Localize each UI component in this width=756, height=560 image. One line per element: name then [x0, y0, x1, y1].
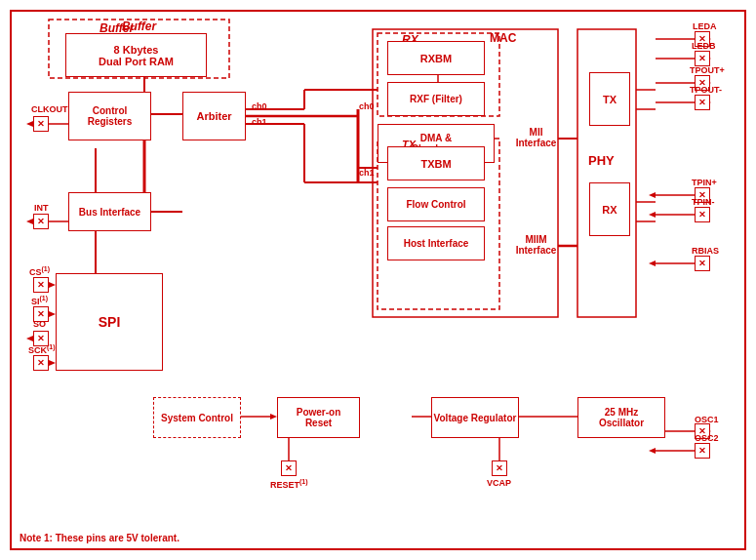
clkout-label: CLKOUT	[31, 104, 68, 114]
svg-marker-29	[26, 219, 33, 224]
tpout-minus-xbox	[695, 95, 710, 110]
txbm-block: TXBM	[387, 146, 485, 180]
system-control-block: System Control	[153, 397, 241, 438]
host-interface-block: Host Interface	[387, 226, 485, 260]
tpin-minus-xbox	[695, 207, 710, 222]
ch0-label-1: ch0	[252, 101, 267, 111]
tpout-minus-label: TPOUT-	[690, 85, 722, 95]
vcap-xbox	[492, 460, 507, 476]
svg-marker-27	[26, 121, 33, 127]
svg-marker-31	[49, 282, 56, 288]
int-label: INT	[34, 203, 49, 213]
svg-marker-61	[270, 414, 277, 420]
osc1-label: OSC1	[695, 415, 719, 424]
reset-xbox	[281, 460, 297, 476]
spi-block: SPI	[56, 273, 163, 371]
osc2-label: OSC2	[695, 433, 719, 443]
vcap-label: VCAP	[487, 478, 511, 488]
ledb-label: LEDB	[692, 41, 716, 51]
osc2-xbox	[695, 443, 710, 459]
mii-interface-label: MIIInterface	[499, 127, 573, 148]
tpin-plus-label: TPIN+	[692, 178, 717, 187]
clkout-xbox	[33, 116, 49, 132]
sck-xbox	[33, 355, 49, 371]
reset-label: RESET(1)	[270, 478, 308, 490]
diagram-container: Buffer Buffer 8 Kbytes Dual Port RAM Arb…	[10, 10, 746, 550]
miim-interface-label: MIIMInterface	[499, 234, 573, 256]
phy-rx-block: RX	[589, 182, 630, 236]
rbias-label: RBIAS	[692, 246, 719, 256]
note: Note 1: These pins are 5V tolerant.	[20, 533, 179, 543]
svg-marker-51	[649, 260, 656, 266]
svg-marker-33	[49, 311, 56, 317]
buffer-dashed-label: Buffer	[49, 20, 229, 33]
dual-port-ram-block: 8 Kbytes Dual Port RAM	[65, 33, 207, 77]
svg-marker-35	[26, 336, 33, 341]
sck-label: SCK(1)	[28, 343, 56, 355]
svg-marker-55	[649, 448, 656, 454]
rxbm-block: RXBM	[387, 41, 485, 75]
flow-control-block: Flow Control	[387, 187, 485, 221]
phy-label: PHY	[588, 153, 615, 168]
cs-label: CS(1)	[29, 265, 50, 277]
power-on-reset-block: Power-onReset	[277, 397, 360, 438]
cs-xbox	[33, 277, 49, 293]
svg-marker-37	[49, 360, 56, 366]
si-label: SI(1)	[31, 295, 48, 306]
mac-label: MAC	[490, 31, 516, 45]
oscillator-block: 25 MHzOscillator	[577, 397, 665, 438]
rxf-block: RXF (Filter)	[387, 82, 485, 116]
svg-marker-47	[649, 192, 656, 198]
leda-label: LEDA	[693, 21, 717, 31]
voltage-regulator-block: Voltage Regulator	[431, 397, 519, 438]
ch1-label-2: ch1	[359, 168, 375, 178]
int-xbox	[33, 214, 49, 229]
rbias-xbox	[695, 256, 710, 271]
bus-interface-block: Bus Interface	[68, 192, 151, 231]
tpin-minus-label: TPIN-	[692, 197, 715, 207]
svg-marker-49	[649, 212, 656, 218]
block-diagram: Buffer Buffer 8 Kbytes Dual Port RAM Arb…	[12, 12, 744, 548]
control-registers-block: ControlRegisters	[68, 92, 151, 140]
ledb-xbox	[695, 51, 710, 66]
arbiter-block: Arbiter	[182, 92, 246, 140]
ch0-label-2: ch0	[359, 101, 375, 111]
tpout-plus-label: TPOUT+	[690, 65, 725, 75]
ch1-label-1: ch1	[252, 117, 267, 127]
phy-tx-block: TX	[589, 72, 630, 126]
so-label: SO	[33, 319, 46, 329]
